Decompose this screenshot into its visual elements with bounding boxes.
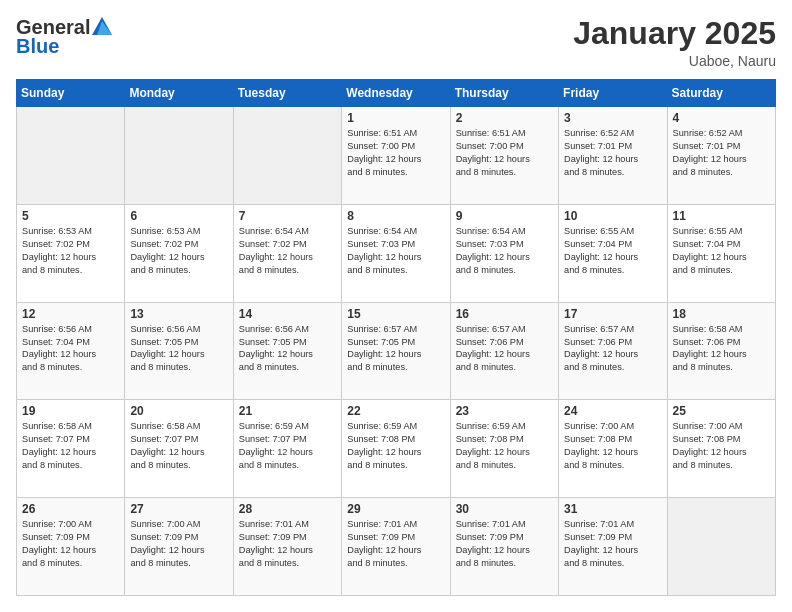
day-number: 21 [239, 404, 336, 418]
calendar-cell: 31Sunrise: 7:01 AM Sunset: 7:09 PM Dayli… [559, 498, 667, 596]
calendar-week-5: 26Sunrise: 7:00 AM Sunset: 7:09 PM Dayli… [17, 498, 776, 596]
calendar-cell: 28Sunrise: 7:01 AM Sunset: 7:09 PM Dayli… [233, 498, 341, 596]
day-number: 16 [456, 307, 553, 321]
logo-icon [92, 17, 112, 35]
calendar-cell: 6Sunrise: 6:53 AM Sunset: 7:02 PM Daylig… [125, 204, 233, 302]
calendar-cell: 27Sunrise: 7:00 AM Sunset: 7:09 PM Dayli… [125, 498, 233, 596]
weekday-header-tuesday: Tuesday [233, 80, 341, 107]
day-number: 29 [347, 502, 444, 516]
calendar-table: SundayMondayTuesdayWednesdayThursdayFrid… [16, 79, 776, 596]
day-info: Sunrise: 7:00 AM Sunset: 7:08 PM Dayligh… [673, 420, 770, 472]
day-number: 22 [347, 404, 444, 418]
weekday-header-wednesday: Wednesday [342, 80, 450, 107]
calendar-cell: 29Sunrise: 7:01 AM Sunset: 7:09 PM Dayli… [342, 498, 450, 596]
calendar-cell: 1Sunrise: 6:51 AM Sunset: 7:00 PM Daylig… [342, 107, 450, 205]
header: General Blue January 2025 Uaboe, Nauru [16, 16, 776, 69]
day-info: Sunrise: 7:01 AM Sunset: 7:09 PM Dayligh… [564, 518, 661, 570]
day-number: 1 [347, 111, 444, 125]
calendar-cell: 14Sunrise: 6:56 AM Sunset: 7:05 PM Dayli… [233, 302, 341, 400]
logo-blue: Blue [16, 35, 59, 58]
day-number: 13 [130, 307, 227, 321]
calendar-cell: 21Sunrise: 6:59 AM Sunset: 7:07 PM Dayli… [233, 400, 341, 498]
calendar-week-1: 1Sunrise: 6:51 AM Sunset: 7:00 PM Daylig… [17, 107, 776, 205]
day-number: 11 [673, 209, 770, 223]
calendar-week-2: 5Sunrise: 6:53 AM Sunset: 7:02 PM Daylig… [17, 204, 776, 302]
day-number: 23 [456, 404, 553, 418]
day-number: 14 [239, 307, 336, 321]
calendar-cell: 15Sunrise: 6:57 AM Sunset: 7:05 PM Dayli… [342, 302, 450, 400]
day-number: 3 [564, 111, 661, 125]
calendar-cell [667, 498, 775, 596]
calendar-cell: 13Sunrise: 6:56 AM Sunset: 7:05 PM Dayli… [125, 302, 233, 400]
day-info: Sunrise: 6:59 AM Sunset: 7:07 PM Dayligh… [239, 420, 336, 472]
calendar-cell: 26Sunrise: 7:00 AM Sunset: 7:09 PM Dayli… [17, 498, 125, 596]
day-info: Sunrise: 6:53 AM Sunset: 7:02 PM Dayligh… [130, 225, 227, 277]
day-number: 30 [456, 502, 553, 516]
day-number: 10 [564, 209, 661, 223]
calendar-cell [125, 107, 233, 205]
day-info: Sunrise: 6:54 AM Sunset: 7:03 PM Dayligh… [347, 225, 444, 277]
calendar-cell: 20Sunrise: 6:58 AM Sunset: 7:07 PM Dayli… [125, 400, 233, 498]
day-info: Sunrise: 6:58 AM Sunset: 7:06 PM Dayligh… [673, 323, 770, 375]
day-number: 4 [673, 111, 770, 125]
calendar-cell: 19Sunrise: 6:58 AM Sunset: 7:07 PM Dayli… [17, 400, 125, 498]
calendar-cell: 8Sunrise: 6:54 AM Sunset: 7:03 PM Daylig… [342, 204, 450, 302]
subtitle: Uaboe, Nauru [573, 53, 776, 69]
calendar-cell: 23Sunrise: 6:59 AM Sunset: 7:08 PM Dayli… [450, 400, 558, 498]
calendar-cell: 10Sunrise: 6:55 AM Sunset: 7:04 PM Dayli… [559, 204, 667, 302]
day-info: Sunrise: 6:56 AM Sunset: 7:05 PM Dayligh… [239, 323, 336, 375]
day-number: 6 [130, 209, 227, 223]
calendar-cell: 12Sunrise: 6:56 AM Sunset: 7:04 PM Dayli… [17, 302, 125, 400]
calendar-cell: 25Sunrise: 7:00 AM Sunset: 7:08 PM Dayli… [667, 400, 775, 498]
day-info: Sunrise: 6:57 AM Sunset: 7:06 PM Dayligh… [456, 323, 553, 375]
calendar-cell: 2Sunrise: 6:51 AM Sunset: 7:00 PM Daylig… [450, 107, 558, 205]
day-info: Sunrise: 7:00 AM Sunset: 7:09 PM Dayligh… [130, 518, 227, 570]
calendar-week-4: 19Sunrise: 6:58 AM Sunset: 7:07 PM Dayli… [17, 400, 776, 498]
title-area: January 2025 Uaboe, Nauru [573, 16, 776, 69]
day-info: Sunrise: 6:59 AM Sunset: 7:08 PM Dayligh… [347, 420, 444, 472]
day-info: Sunrise: 6:56 AM Sunset: 7:05 PM Dayligh… [130, 323, 227, 375]
calendar-cell: 5Sunrise: 6:53 AM Sunset: 7:02 PM Daylig… [17, 204, 125, 302]
day-info: Sunrise: 6:58 AM Sunset: 7:07 PM Dayligh… [22, 420, 119, 472]
weekday-header-saturday: Saturday [667, 80, 775, 107]
day-info: Sunrise: 7:00 AM Sunset: 7:09 PM Dayligh… [22, 518, 119, 570]
day-number: 19 [22, 404, 119, 418]
day-number: 24 [564, 404, 661, 418]
day-info: Sunrise: 6:51 AM Sunset: 7:00 PM Dayligh… [456, 127, 553, 179]
day-number: 7 [239, 209, 336, 223]
day-number: 15 [347, 307, 444, 321]
day-number: 2 [456, 111, 553, 125]
day-info: Sunrise: 6:52 AM Sunset: 7:01 PM Dayligh… [564, 127, 661, 179]
calendar-cell: 22Sunrise: 6:59 AM Sunset: 7:08 PM Dayli… [342, 400, 450, 498]
weekday-header-thursday: Thursday [450, 80, 558, 107]
weekday-header-monday: Monday [125, 80, 233, 107]
day-info: Sunrise: 6:59 AM Sunset: 7:08 PM Dayligh… [456, 420, 553, 472]
weekday-header-sunday: Sunday [17, 80, 125, 107]
day-number: 31 [564, 502, 661, 516]
calendar-cell: 4Sunrise: 6:52 AM Sunset: 7:01 PM Daylig… [667, 107, 775, 205]
calendar-cell: 7Sunrise: 6:54 AM Sunset: 7:02 PM Daylig… [233, 204, 341, 302]
weekday-header-friday: Friday [559, 80, 667, 107]
calendar-cell: 3Sunrise: 6:52 AM Sunset: 7:01 PM Daylig… [559, 107, 667, 205]
day-info: Sunrise: 6:54 AM Sunset: 7:02 PM Dayligh… [239, 225, 336, 277]
day-number: 28 [239, 502, 336, 516]
calendar-cell: 16Sunrise: 6:57 AM Sunset: 7:06 PM Dayli… [450, 302, 558, 400]
day-number: 17 [564, 307, 661, 321]
day-number: 12 [22, 307, 119, 321]
day-number: 20 [130, 404, 227, 418]
day-number: 8 [347, 209, 444, 223]
calendar-cell: 11Sunrise: 6:55 AM Sunset: 7:04 PM Dayli… [667, 204, 775, 302]
day-info: Sunrise: 6:53 AM Sunset: 7:02 PM Dayligh… [22, 225, 119, 277]
calendar-cell: 17Sunrise: 6:57 AM Sunset: 7:06 PM Dayli… [559, 302, 667, 400]
calendar-cell: 24Sunrise: 7:00 AM Sunset: 7:08 PM Dayli… [559, 400, 667, 498]
day-info: Sunrise: 6:55 AM Sunset: 7:04 PM Dayligh… [564, 225, 661, 277]
day-info: Sunrise: 6:51 AM Sunset: 7:00 PM Dayligh… [347, 127, 444, 179]
calendar-week-3: 12Sunrise: 6:56 AM Sunset: 7:04 PM Dayli… [17, 302, 776, 400]
day-info: Sunrise: 6:58 AM Sunset: 7:07 PM Dayligh… [130, 420, 227, 472]
day-info: Sunrise: 6:55 AM Sunset: 7:04 PM Dayligh… [673, 225, 770, 277]
page: General Blue January 2025 Uaboe, Nauru S… [0, 0, 792, 612]
month-title: January 2025 [573, 16, 776, 51]
day-info: Sunrise: 6:56 AM Sunset: 7:04 PM Dayligh… [22, 323, 119, 375]
day-number: 26 [22, 502, 119, 516]
day-number: 5 [22, 209, 119, 223]
